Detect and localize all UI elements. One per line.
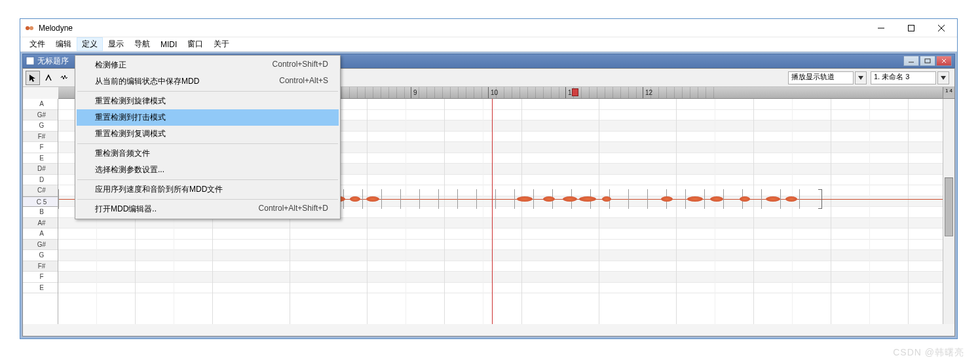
menu-option[interactable]: 打开MDD编辑器..Control+Alt+Shift+D bbox=[77, 201, 339, 217]
svg-point-0 bbox=[26, 26, 29, 30]
doc-minimize-button[interactable] bbox=[903, 56, 919, 66]
piano-key[interactable]: F bbox=[23, 272, 58, 283]
amplitude-tool[interactable] bbox=[57, 71, 71, 85]
close-button[interactable] bbox=[932, 22, 951, 35]
ruler-bar: 8 bbox=[333, 87, 411, 99]
svg-rect-3 bbox=[909, 25, 914, 31]
menu-option[interactable]: 重置检测到复调模式 bbox=[77, 126, 339, 142]
piano-key[interactable]: F bbox=[23, 142, 58, 153]
pointer-tool[interactable] bbox=[26, 71, 40, 85]
piano-key[interactable]: E bbox=[23, 153, 58, 164]
piano-key[interactable]: G# bbox=[23, 110, 58, 121]
track-view-select[interactable]: 播放显示轨道 bbox=[788, 71, 854, 84]
menu-item-7[interactable]: 关于 bbox=[208, 37, 235, 51]
menu-item-0[interactable]: 文件 bbox=[24, 37, 50, 51]
titlebar: Melodyne bbox=[20, 19, 957, 37]
app-icon bbox=[24, 23, 35, 33]
document-icon bbox=[26, 56, 35, 65]
ruler-bar: 10 bbox=[488, 87, 565, 99]
piano-key[interactable]: A# bbox=[23, 218, 58, 229]
minimize-button[interactable] bbox=[872, 22, 890, 35]
doc-close-button[interactable] bbox=[936, 56, 952, 66]
ruler-marker[interactable] bbox=[572, 88, 578, 96]
menubar: 文件编辑定义显示导航MIDI窗口关于 bbox=[20, 37, 957, 52]
menu-item-2[interactable]: 定义 bbox=[77, 37, 103, 51]
svg-point-1 bbox=[29, 26, 33, 30]
track-name-select[interactable]: 1. 未命名 3 bbox=[871, 71, 936, 84]
watermark: CSDN @韩曙亮 bbox=[893, 347, 964, 359]
piano-key[interactable]: C# bbox=[23, 185, 58, 196]
ruler-time-sig[interactable]: 1 4 bbox=[943, 87, 954, 99]
svg-rect-6 bbox=[26, 57, 34, 65]
track-name-dropdown-button[interactable] bbox=[937, 71, 949, 84]
piano-keyboard[interactable]: AG#GF#FED#DC#C 5BA#AG#GF#FE bbox=[23, 99, 58, 324]
piano-key[interactable]: G bbox=[23, 120, 58, 132]
menu-option[interactable]: 重置检测到旋律模式 bbox=[77, 93, 339, 109]
scrollbar-thumb[interactable] bbox=[945, 177, 953, 236]
piano-key[interactable]: E bbox=[23, 283, 58, 294]
piano-key[interactable]: F# bbox=[23, 132, 58, 143]
ruler-bar: 9 bbox=[411, 87, 488, 99]
menu-item-4[interactable]: 导航 bbox=[129, 37, 155, 51]
piano-key[interactable]: A bbox=[23, 99, 58, 110]
pitch-tool[interactable] bbox=[41, 71, 56, 85]
track-view-dropdown-button[interactable] bbox=[855, 71, 867, 84]
app-title: Melodyne bbox=[39, 24, 872, 33]
menu-option[interactable]: 检测修正Control+Shift+D bbox=[77, 57, 339, 73]
vertical-scrollbar[interactable] bbox=[943, 99, 954, 324]
menu-option[interactable]: 选择检测参数设置... bbox=[77, 162, 339, 178]
menu-option[interactable]: 从当前的编辑状态中保存MDDControl+Alt+S bbox=[77, 73, 339, 90]
maximize-button[interactable] bbox=[902, 22, 920, 35]
piano-key[interactable]: D bbox=[23, 175, 58, 186]
menu-option[interactable]: 应用序列速度和音阶到所有MDD文件 bbox=[77, 181, 339, 198]
menu-item-5[interactable]: MIDI bbox=[155, 39, 182, 50]
definition-menu-dropdown: 检测修正Control+Shift+D从当前的编辑状态中保存MDDControl… bbox=[75, 55, 341, 219]
menu-option[interactable]: 重置检测到打击模式 bbox=[77, 109, 339, 126]
doc-maximize-button[interactable] bbox=[920, 56, 935, 66]
window-controls bbox=[872, 22, 954, 35]
piano-key[interactable]: A bbox=[23, 228, 58, 240]
piano-key[interactable]: G# bbox=[23, 240, 58, 251]
ruler-bar: 12 bbox=[643, 87, 720, 99]
piano-key[interactable]: G bbox=[23, 250, 58, 261]
svg-rect-8 bbox=[925, 59, 930, 63]
piano-key[interactable]: D# bbox=[23, 164, 58, 175]
menu-item-3[interactable]: 显示 bbox=[103, 37, 129, 51]
piano-key[interactable]: F# bbox=[23, 261, 58, 272]
piano-key[interactable]: C 5 bbox=[23, 196, 58, 208]
piano-key[interactable]: B bbox=[23, 207, 58, 218]
menu-item-6[interactable]: 窗口 bbox=[182, 37, 208, 51]
menu-item-1[interactable]: 编辑 bbox=[50, 37, 77, 51]
menu-option[interactable]: 重检测音频文件 bbox=[77, 145, 339, 162]
